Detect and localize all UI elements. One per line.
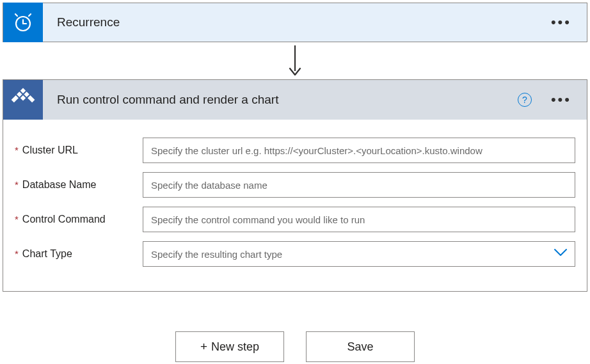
required-marker: * xyxy=(15,145,19,155)
svg-rect-5 xyxy=(24,91,29,97)
field-cluster-url: * Cluster URL xyxy=(15,138,575,163)
field-label: * Cluster URL xyxy=(15,145,143,156)
control-command-input[interactable] xyxy=(143,207,575,232)
svg-rect-8 xyxy=(20,95,26,100)
action-step: Run control command and render a chart ?… xyxy=(3,79,587,292)
help-icon[interactable]: ? xyxy=(518,93,532,107)
plus-icon: + xyxy=(200,340,207,354)
action-step-header[interactable]: Run control command and render a chart ?… xyxy=(3,80,587,120)
recurrence-title: Recurrence xyxy=(43,15,536,29)
action-step-body: * Cluster URL * Database Name * Control … xyxy=(3,120,587,291)
svg-rect-9 xyxy=(12,95,19,102)
more-icon[interactable]: ••• xyxy=(536,14,587,31)
label-text: Control Command xyxy=(22,214,106,225)
field-control-command: * Control Command xyxy=(15,207,575,232)
field-label: * Database Name xyxy=(15,179,143,191)
clock-icon xyxy=(3,3,43,42)
label-text: Chart Type xyxy=(22,248,72,260)
field-label: * Chart Type xyxy=(15,248,143,260)
new-step-button[interactable]: + New step xyxy=(175,331,284,362)
database-name-input[interactable] xyxy=(143,172,575,198)
save-button[interactable]: Save xyxy=(306,331,415,362)
label-text: Cluster URL xyxy=(22,145,78,156)
more-icon[interactable]: ••• xyxy=(536,91,587,108)
recurrence-step[interactable]: Recurrence ••• xyxy=(3,3,587,42)
kusto-icon xyxy=(3,80,43,120)
cluster-url-input[interactable] xyxy=(143,138,575,163)
svg-rect-7 xyxy=(17,91,22,97)
connector-arrow xyxy=(3,42,587,79)
required-marker: * xyxy=(15,179,19,190)
save-label: Save xyxy=(347,340,373,354)
action-step-title: Run control command and render a chart xyxy=(43,93,518,107)
field-database-name: * Database Name xyxy=(15,172,575,198)
new-step-label: New step xyxy=(211,340,259,354)
field-label: * Control Command xyxy=(15,214,143,225)
chart-type-select[interactable] xyxy=(143,241,575,267)
label-text: Database Name xyxy=(22,179,97,191)
svg-rect-4 xyxy=(20,88,26,93)
bottom-button-bar: + New step Save xyxy=(3,331,587,362)
required-marker: * xyxy=(15,248,19,259)
required-marker: * xyxy=(15,214,19,225)
svg-rect-6 xyxy=(28,95,35,102)
field-chart-type: * Chart Type xyxy=(15,241,575,267)
